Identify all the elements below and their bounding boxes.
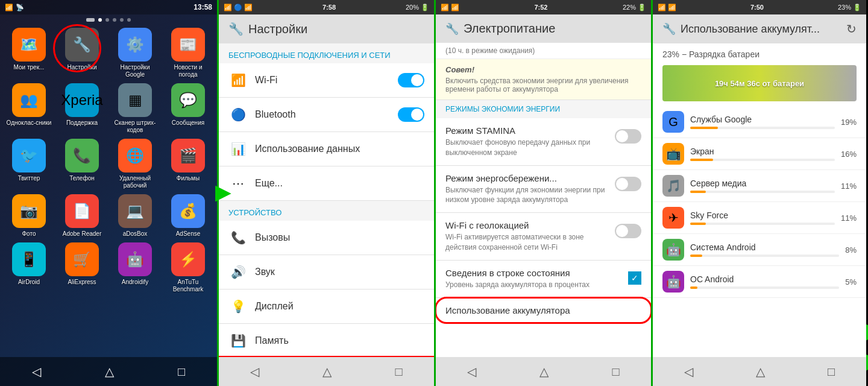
status-bar-power: 📶 📶 7:52 22% 🔋: [436, 0, 651, 14]
app-label-barcode: Сканер штрих-кодов: [111, 119, 159, 134]
eco-mode[interactable]: Режим энергосбережени... Выключает функц…: [436, 166, 651, 214]
back-button-power[interactable]: ◁: [467, 364, 476, 379]
section-device: УСТРОЙСТВО: [219, 201, 434, 221]
settings-data-usage[interactable]: 📊 Использование данных: [219, 132, 434, 166]
stamina-mode[interactable]: Режим STAMINA Выключает фоновую передачу…: [436, 118, 651, 166]
wifi-geo-mode[interactable]: Wi-Fi с геолокацией Wi-Fi активируется а…: [436, 213, 651, 261]
screen-bar: [690, 159, 713, 161]
app-remote[interactable]: 🌐 Удаленный рабочий: [111, 139, 159, 189]
status-icons-power: 📶 📶: [441, 4, 459, 11]
bluetooth-label: Bluetooth: [255, 109, 391, 120]
status-icons-left: 📶 📡: [5, 4, 193, 11]
app-icon-google-settings: ⚙️: [118, 28, 152, 62]
back-button-home[interactable]: ◁: [32, 364, 41, 379]
power-panel: 📶 📶 7:52 22% 🔋 🔧 Электропитание (10 ч. в…: [434, 0, 651, 386]
wifi-toggle[interactable]: [398, 73, 424, 87]
oc-android-bar-wrap: [690, 286, 839, 289]
calls-icon: 📞: [228, 228, 248, 247]
app-phone[interactable]: 📞 Телефон: [58, 139, 106, 189]
wifi-geo-toggle[interactable]: [615, 224, 641, 238]
app-label-phone: Телефон: [69, 175, 94, 182]
settings-more[interactable]: ⋯ Еще...: [219, 166, 434, 201]
app-settings[interactable]: 🔧 Настройки: [58, 28, 106, 78]
app-airdroid[interactable]: 📱 AirDroid: [5, 242, 53, 293]
battery-usage-item[interactable]: Использование аккумулятора: [436, 298, 651, 323]
battery-app-media-server[interactable]: 🎵 Сервер медиа 11%: [653, 170, 866, 202]
battery-settings: 20% 🔋: [406, 4, 429, 11]
app-icon-barcode: ▦: [118, 83, 152, 117]
app-icon-dosbox: 💻: [118, 194, 152, 228]
app-dosbox[interactable]: 💻 aDosBox: [111, 194, 159, 238]
battery-app-google-services[interactable]: G Службы Google 19%: [653, 106, 866, 138]
stamina-toggle[interactable]: [615, 129, 641, 144]
screen-pct: 16%: [841, 150, 857, 159]
media-server-name: Сервер медиа: [690, 179, 835, 188]
settings-sound[interactable]: 🔊 Звук: [219, 255, 434, 290]
bottom-nav-home: ◁ △ □: [0, 357, 217, 386]
battery-app-android-system[interactable]: 🤖 Система Android 8%: [653, 234, 866, 266]
section-wireless: БЕСПРОВОДНЫЕ ПОДКЛЮЧЕНИЯ И СЕТИ: [219, 43, 434, 63]
more-icon: ⋯: [228, 174, 248, 193]
settings-wifi[interactable]: 📶 Wi-Fi: [219, 63, 434, 98]
bluetooth-toggle[interactable]: [398, 107, 424, 122]
settings-bluetooth[interactable]: 🔵 Bluetooth: [219, 98, 434, 132]
app-label-support: Поддержка: [66, 119, 98, 127]
sky-force-name: Sky Force: [690, 210, 835, 220]
app-acrobat[interactable]: 📄 Adobe Reader: [58, 194, 106, 238]
battery-content: 23% − Разрядка батареи 19ч 54м 36с от ба…: [653, 43, 866, 357]
eco-toggle[interactable]: [615, 177, 641, 191]
app-icon-my-tracks: 🗺️: [12, 28, 46, 62]
settings-memory[interactable]: 💾 Память: [219, 324, 434, 357]
app-label-news: Новости и погода: [164, 64, 212, 78]
google-services-name: Службы Google: [690, 115, 835, 124]
app-news[interactable]: 📰 Новости и погода: [164, 28, 212, 78]
app-label-aliexpress: AliExpress: [68, 279, 96, 286]
recents-button-power[interactable]: □: [612, 365, 619, 379]
battery-app-oc-android[interactable]: 🤖 OC Android 5%: [653, 266, 866, 298]
app-photo[interactable]: 📷 Фото: [5, 194, 53, 238]
oc-android-info: OC Android: [690, 274, 839, 289]
home-button-power[interactable]: △: [539, 364, 549, 379]
battery-app-screen[interactable]: 📺 Экран 16%: [653, 138, 866, 170]
status-bar-desc: Уровень заряда аккумулятора в процентах: [445, 280, 621, 290]
status-bar-pct[interactable]: Сведения в строке состояния Уровень заря…: [436, 261, 651, 298]
app-films[interactable]: 🎬 Фильмы: [164, 139, 212, 189]
app-support[interactable]: Xperia Поддержка: [58, 83, 106, 134]
power-header-icon: 🔧: [445, 22, 459, 36]
app-google-settings[interactable]: ⚙️ Настройки Google: [111, 28, 159, 78]
app-odnoklassniki[interactable]: 👥 Одноклас-сники: [5, 83, 53, 134]
back-button-settings[interactable]: ◁: [250, 364, 259, 379]
settings-calls[interactable]: 📞 Вызовы: [219, 221, 434, 255]
app-label-settings: Настройки: [67, 64, 96, 71]
home-button-home[interactable]: △: [105, 364, 114, 379]
oc-android-name: OC Android: [690, 274, 839, 284]
recents-button-settings[interactable]: □: [395, 365, 402, 379]
app-antutu[interactable]: ⚡ AnTuTu Benchmark: [164, 242, 212, 293]
app-twitter[interactable]: 🐦 Твиттер: [5, 139, 53, 189]
home-button-settings[interactable]: △: [322, 364, 332, 379]
google-services-bar-wrap: [690, 127, 835, 129]
app-aliexpress[interactable]: 🛒 AliExpress: [58, 242, 106, 293]
home-button-battery[interactable]: △: [756, 364, 765, 379]
app-barcode[interactable]: ▦ Сканер штрих-кодов: [111, 83, 159, 134]
recents-button-home[interactable]: □: [178, 365, 185, 379]
app-icon-news: 📰: [171, 28, 205, 62]
settings-display[interactable]: 💡 Дисплей: [219, 290, 434, 324]
recents-button-battery[interactable]: □: [828, 365, 835, 379]
app-my-tracks[interactable]: 🗺️ Мои трек...: [5, 28, 53, 78]
app-icon-twitter: 🐦: [12, 139, 46, 172]
app-icon-remote: 🌐: [118, 139, 152, 172]
signal-icon: 📡: [16, 4, 24, 11]
media-server-bar-wrap: [690, 191, 835, 193]
app-adsense[interactable]: 💰 AdSense: [164, 194, 212, 238]
app-label-remote: Удаленный рабочий: [111, 175, 159, 189]
media-server-bar: [690, 191, 706, 193]
sound-icon: 🔊: [228, 262, 248, 282]
android-system-name: Система Android: [690, 242, 839, 252]
battery-app-sky-force[interactable]: ✈ Sky Force 11%: [653, 202, 866, 234]
status-bar-checkbox[interactable]: ✓: [628, 271, 641, 285]
app-androidify[interactable]: 🤖 Androidify: [111, 242, 159, 293]
back-button-battery[interactable]: ◁: [684, 364, 693, 379]
refresh-icon[interactable]: ↻: [846, 22, 857, 36]
app-messages[interactable]: 💬 Сообщения: [164, 83, 212, 134]
